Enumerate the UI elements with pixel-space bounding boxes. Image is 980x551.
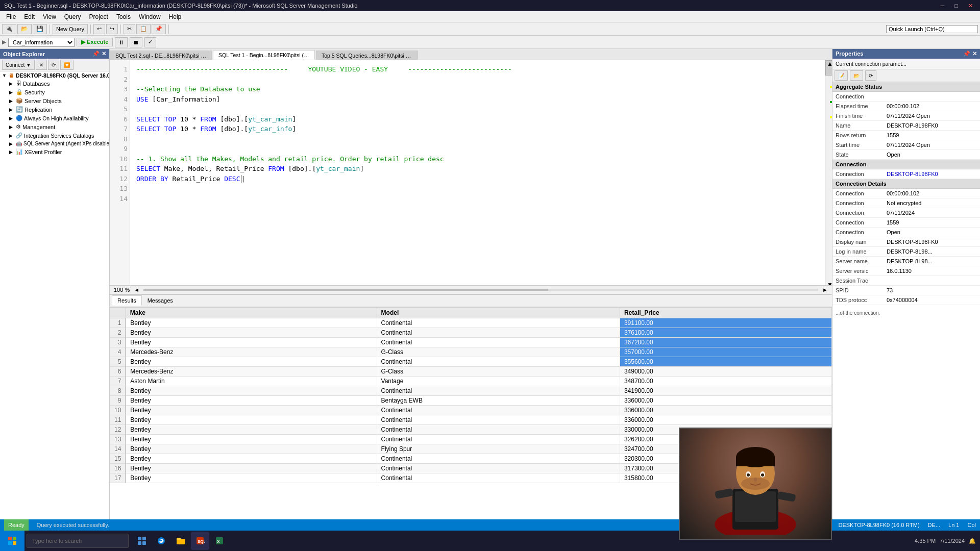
prop-row-session: Session Trac bbox=[832, 276, 980, 286]
menu-help[interactable]: Help bbox=[165, 12, 186, 21]
new-connection-btn[interactable]: 🔌 bbox=[2, 24, 16, 34]
taskbar-search[interactable] bbox=[27, 534, 129, 548]
redo-btn[interactable]: ↪ bbox=[106, 24, 118, 34]
taskbar-edge[interactable] bbox=[152, 532, 170, 550]
price-cell: 348700.00 bbox=[620, 376, 831, 386]
maximize-btn[interactable]: □ bbox=[951, 3, 961, 9]
quick-launch[interactable] bbox=[886, 25, 978, 33]
menu-project[interactable]: Project bbox=[85, 12, 112, 21]
props-close-btn[interactable]: ✕ bbox=[972, 51, 977, 57]
prop-value-conn-agg bbox=[884, 92, 980, 101]
tree-xevent[interactable]: ▶ 📊 XEvent Profiler bbox=[0, 147, 109, 156]
tree-integration[interactable]: ▶ 🔗 Integration Services Catalogs bbox=[0, 131, 109, 140]
webcam-person-bg bbox=[680, 429, 831, 539]
svg-point-27 bbox=[741, 478, 770, 490]
table-row[interactable]: 6Mercedes-BenzG-Class349000.00 bbox=[110, 366, 832, 376]
props-sort-btn[interactable]: 📝 bbox=[835, 70, 848, 81]
scroll-right-btn[interactable]: ► bbox=[822, 287, 828, 293]
prop-row-cd-rows: Connection 1559 bbox=[832, 218, 980, 228]
open-file-btn[interactable]: 📂 bbox=[17, 24, 32, 34]
tab-top5[interactable]: Top 5 SQL Queries...8L98FK0\pitsi (64)) bbox=[316, 51, 418, 60]
tree-management[interactable]: ▶ ⚙ Management bbox=[0, 122, 109, 131]
parse-btn[interactable]: ✓ bbox=[144, 37, 156, 47]
taskbar-excel[interactable]: X bbox=[210, 532, 229, 550]
oe-disconnect-btn[interactable]: ✕ bbox=[36, 60, 47, 70]
col-header-model[interactable]: Model bbox=[377, 307, 620, 318]
horiz-scrollbar[interactable] bbox=[143, 289, 818, 291]
menu-tools[interactable]: Tools bbox=[112, 12, 135, 21]
svg-text:SQL: SQL bbox=[198, 539, 205, 544]
menu-edit[interactable]: Edit bbox=[20, 12, 39, 21]
prop-section-aggregate[interactable]: Aggregate Status bbox=[832, 82, 980, 92]
table-row[interactable]: 9BentleyBentayga EWB336000.00 bbox=[110, 395, 832, 405]
table-row[interactable]: 1BentleyContinental391100.00 bbox=[110, 318, 832, 328]
table-row[interactable]: 11BentleyContinental336000.00 bbox=[110, 415, 832, 424]
prop-section-conn-details[interactable]: Connection Details bbox=[832, 179, 980, 189]
table-row[interactable]: 3BentleyContinental367200.00 bbox=[110, 337, 832, 347]
status-bar: Ready Query executed successfully. DESKT… bbox=[0, 519, 980, 531]
oe-pin-btn[interactable]: 📌 bbox=[92, 51, 100, 57]
tree-server[interactable]: ▼ 🖥 DESKTOP-8L98FK0 (SQL Server 16.0.113… bbox=[0, 71, 109, 80]
database-selector[interactable]: Car_information bbox=[8, 38, 75, 47]
save-btn[interactable]: 💾 bbox=[33, 24, 47, 34]
menu-view[interactable]: View bbox=[39, 12, 60, 21]
cut-btn[interactable]: ✂ bbox=[124, 24, 135, 34]
col-header-price[interactable]: Retail_Price bbox=[620, 307, 831, 318]
props-pin-btn[interactable]: 📌 bbox=[963, 51, 970, 57]
start-button[interactable] bbox=[0, 531, 24, 551]
execute-btn[interactable]: ▶ Execute bbox=[77, 38, 113, 46]
undo-btn[interactable]: ↩ bbox=[93, 24, 105, 34]
taskbar-task-view[interactable] bbox=[133, 532, 151, 550]
tab-sql2[interactable]: SQL Test 2.sql - DE...8L98FK0\pitsi (76) bbox=[110, 51, 212, 60]
table-row[interactable]: 7Aston MartinVantage348700.00 bbox=[110, 376, 832, 386]
tree-agent[interactable]: ▶ 🤖 SQL Server Agent (Agent XPs disabled… bbox=[0, 140, 109, 147]
debug-btn[interactable]: ⏸ bbox=[115, 37, 128, 47]
table-row[interactable]: 4Mercedes-BenzG-Class357000.00 bbox=[110, 347, 832, 357]
svg-rect-6 bbox=[138, 541, 141, 545]
prop-label-start: Start time bbox=[832, 141, 884, 149]
results-tab-messages[interactable]: Messages bbox=[142, 295, 179, 306]
minimize-btn[interactable]: ─ bbox=[938, 3, 948, 9]
tree-replication[interactable]: ▶ 🔄 Replication bbox=[0, 105, 109, 114]
oe-close-btn[interactable]: ✕ bbox=[102, 51, 106, 57]
new-query-btn[interactable]: New Query bbox=[53, 24, 88, 34]
menu-window[interactable]: Window bbox=[135, 12, 165, 21]
notification-icon[interactable]: 🔔 bbox=[969, 538, 976, 544]
editor-scrollbar[interactable]: ▼ ▲ bbox=[825, 60, 832, 285]
model-cell: Continental bbox=[377, 328, 620, 337]
col-header-make[interactable]: Make bbox=[126, 307, 377, 318]
tree-databases[interactable]: ▶ 🗄 Databases bbox=[0, 80, 109, 88]
oe-refresh-btn[interactable]: ⟳ bbox=[48, 60, 59, 70]
table-row[interactable]: 10BentleyContinental336000.00 bbox=[110, 405, 832, 415]
code-editor[interactable]: -------------------------------------- Y… bbox=[130, 60, 825, 285]
table-row[interactable]: 8BentleyContinental341900.00 bbox=[110, 386, 832, 395]
props-categorize-btn[interactable]: 📂 bbox=[850, 70, 863, 81]
separator4 bbox=[168, 24, 169, 34]
svg-rect-7 bbox=[142, 541, 146, 545]
props-refresh-btn[interactable]: ⟳ bbox=[865, 70, 876, 81]
taskbar-ssms[interactable]: SQL bbox=[191, 532, 209, 550]
tree-security[interactable]: ▶ 🔒 Security bbox=[0, 88, 109, 96]
scroll-left-btn[interactable]: ◄ bbox=[134, 287, 139, 293]
prop-row-start: Start time 07/11/2024 Open bbox=[832, 140, 980, 150]
stop-btn[interactable]: ⏹ bbox=[130, 37, 142, 47]
oe-title: Object Explorer bbox=[3, 51, 45, 57]
model-cell: Continental bbox=[377, 386, 620, 395]
row-num-cell: 10 bbox=[110, 405, 126, 415]
paste-btn[interactable]: 📌 bbox=[152, 24, 166, 34]
tab-sql1[interactable]: SQL Test 1 - Begin...8L98FK0\pitsi (73))… bbox=[213, 50, 315, 60]
oe-filter-btn[interactable]: 🔽 bbox=[60, 60, 74, 70]
oe-connect-btn[interactable]: Connect ▼ bbox=[2, 60, 35, 70]
close-btn[interactable]: ✕ bbox=[965, 3, 976, 9]
prop-value-login: DESKTOP-8L98... bbox=[884, 247, 980, 256]
table-row[interactable]: 2BentleyContinental376100.00 bbox=[110, 328, 832, 337]
table-row[interactable]: 5BentleyContinental355600.00 bbox=[110, 357, 832, 366]
prop-section-connection[interactable]: Connection bbox=[832, 160, 980, 169]
menu-file[interactable]: File bbox=[2, 12, 20, 21]
results-tab-results[interactable]: Results bbox=[112, 295, 142, 306]
tree-always-on[interactable]: ▶ 🔵 Always On High Availability bbox=[0, 114, 109, 122]
menu-query[interactable]: Query bbox=[60, 12, 85, 21]
copy-btn[interactable]: 📋 bbox=[136, 24, 151, 34]
tree-server-objects[interactable]: ▶ 📦 Server Objects bbox=[0, 96, 109, 105]
taskbar-file-explorer[interactable] bbox=[172, 532, 190, 550]
